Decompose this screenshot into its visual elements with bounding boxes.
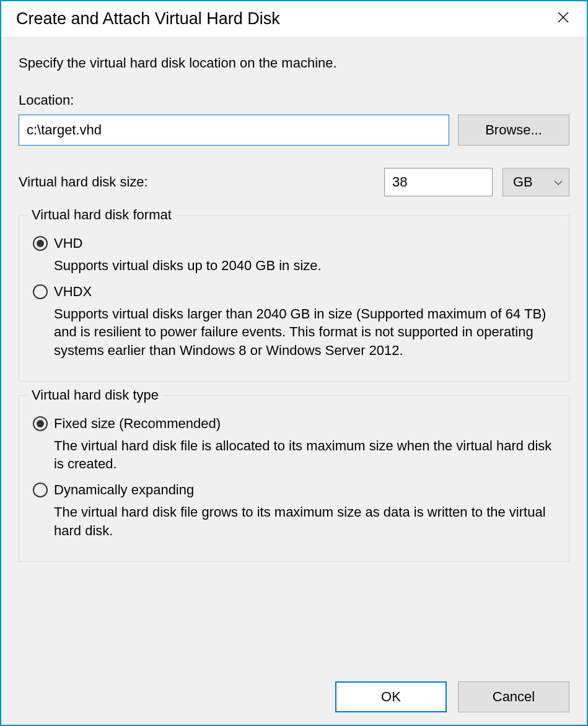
close-icon[interactable]: [551, 9, 576, 28]
radio-icon: [33, 236, 48, 251]
size-input[interactable]: [384, 168, 493, 196]
radio-label: Dynamically expanding: [54, 482, 194, 498]
radio-icon: [33, 416, 48, 431]
location-input[interactable]: [19, 115, 449, 146]
instruction-text: Specify the virtual hard disk location o…: [19, 55, 569, 71]
dialog-title: Create and Attach Virtual Hard Disk: [16, 9, 280, 28]
size-unit-select[interactable]: GB: [502, 168, 569, 196]
radio-vhdx-desc: Supports virtual disks larger than 2040 …: [54, 305, 555, 360]
radio-label: VHD: [54, 235, 82, 251]
cancel-button[interactable]: Cancel: [458, 681, 569, 712]
radio-vhd-desc: Supports virtual disks up to 2040 GB in …: [54, 256, 555, 275]
type-group-title: Virtual hard disk type: [28, 387, 162, 403]
ok-button[interactable]: OK: [335, 681, 447, 712]
dialog-window: Create and Attach Virtual Hard Disk Spec…: [0, 0, 588, 726]
radio-icon: [33, 483, 48, 497]
format-group-title: Virtual hard disk format: [28, 207, 175, 223]
radio-fixed-size[interactable]: Fixed size (Recommended): [33, 416, 555, 432]
radio-vhdx[interactable]: VHDX: [33, 284, 555, 300]
radio-fixed-size-desc: The virtual hard disk file is allocated …: [54, 437, 555, 473]
location-label: Location:: [19, 92, 569, 108]
radio-label: Fixed size (Recommended): [54, 416, 221, 432]
chevron-down-icon: [554, 177, 563, 187]
size-label: Virtual hard disk size:: [19, 174, 374, 190]
radio-icon: [33, 284, 48, 299]
size-unit-value: GB: [513, 174, 533, 190]
format-groupbox: Virtual hard disk format VHD Supports vi…: [19, 215, 569, 382]
dialog-footer: OK Cancel: [19, 669, 569, 712]
size-row: Virtual hard disk size: GB: [19, 168, 569, 196]
radio-dynamic[interactable]: Dynamically expanding: [33, 482, 555, 498]
location-row: Browse...: [19, 115, 569, 146]
type-groupbox: Virtual hard disk type Fixed size (Recom…: [19, 395, 569, 562]
radio-dynamic-desc: The virtual hard disk file grows to its …: [54, 503, 555, 540]
browse-button[interactable]: Browse...: [458, 115, 569, 146]
radio-vhd[interactable]: VHD: [33, 235, 555, 251]
radio-label: VHDX: [54, 284, 92, 300]
dialog-content: Specify the virtual hard disk location o…: [1, 37, 587, 725]
titlebar: Create and Attach Virtual Hard Disk: [1, 1, 587, 37]
